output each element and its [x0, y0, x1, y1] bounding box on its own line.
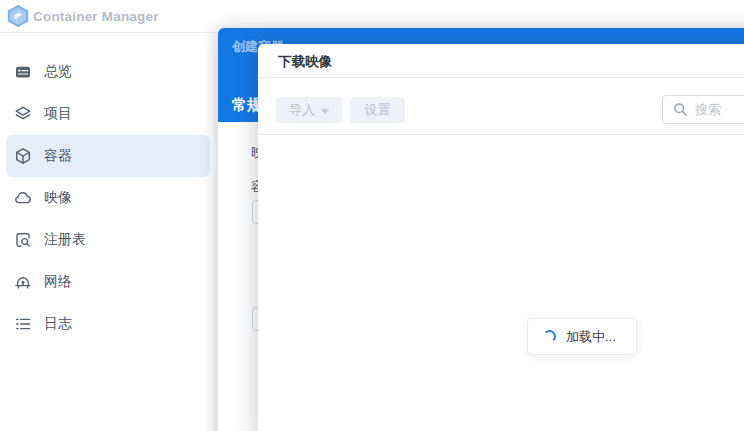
project-icon: [14, 105, 32, 123]
sidebar: 总览 项目 容器 映像: [0, 33, 212, 431]
search-input[interactable]: [695, 102, 744, 117]
loading-label: 加载中...: [566, 328, 616, 346]
container-manager-app: Container Manager 总览 项目: [0, 0, 744, 431]
sidebar-item-label: 总览: [44, 63, 72, 81]
sidebar-item-label: 日志: [44, 315, 72, 333]
network-icon: [14, 273, 32, 291]
sidebar-item-registry[interactable]: 注册表: [6, 219, 210, 261]
import-button-label: 导入: [289, 101, 315, 119]
import-button[interactable]: 导入: [276, 97, 342, 123]
download-image-dialog-title: 下载映像: [278, 44, 332, 78]
container-cube-icon: [14, 147, 32, 165]
sidebar-item-label: 映像: [44, 189, 72, 207]
overview-icon: [14, 63, 32, 81]
sidebar-item-overview[interactable]: 总览: [6, 51, 210, 93]
image-cloud-icon: [14, 189, 32, 207]
app-title: Container Manager: [33, 0, 159, 33]
sidebar-item-log[interactable]: 日志: [6, 303, 210, 345]
download-image-toolbar: 导入 设置: [258, 78, 744, 135]
search-box[interactable]: [662, 95, 744, 124]
download-image-dialog: 下载映像 导入 设置 加载中...: [258, 44, 744, 431]
sidebar-item-label: 网络: [44, 273, 72, 291]
download-image-dialog-titlebar: 下载映像: [258, 44, 744, 78]
sidebar-item-container[interactable]: 容器: [6, 135, 210, 177]
sidebar-item-label: 容器: [44, 147, 72, 165]
search-icon: [673, 102, 688, 117]
container-manager-logo-icon: [7, 4, 29, 28]
settings-button[interactable]: 设置: [350, 97, 405, 123]
registry-icon: [14, 231, 32, 249]
sidebar-item-network[interactable]: 网络: [6, 261, 210, 303]
loading-indicator: 加载中...: [527, 318, 637, 355]
sidebar-item-label: 注册表: [44, 231, 86, 249]
spinner-icon: [543, 330, 556, 343]
chevron-down-icon: [321, 109, 329, 114]
sidebar-item-image[interactable]: 映像: [6, 177, 210, 219]
sidebar-item-project[interactable]: 项目: [6, 93, 210, 135]
sidebar-item-label: 项目: [44, 105, 72, 123]
log-list-icon: [14, 315, 32, 333]
settings-button-label: 设置: [365, 101, 391, 119]
